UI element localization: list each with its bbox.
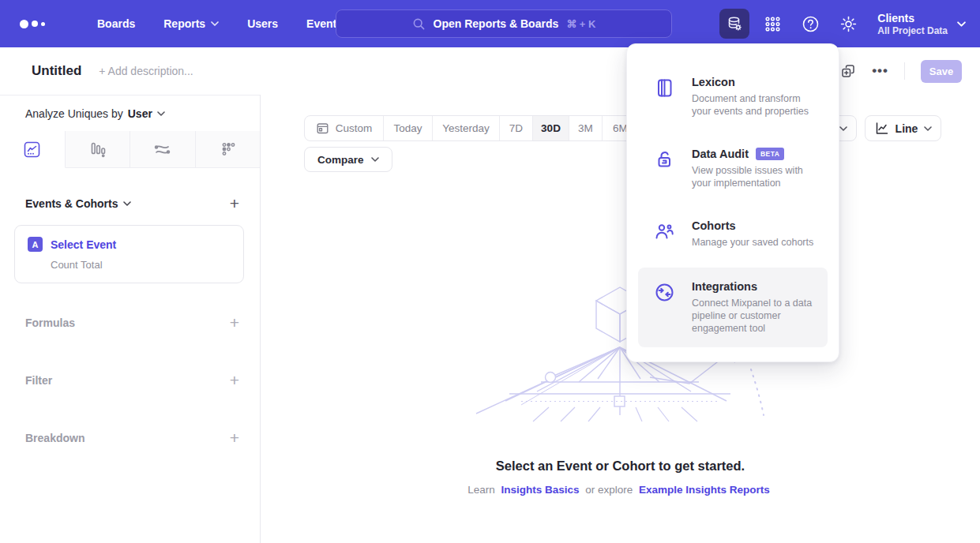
insights-basics-link[interactable]: Insights Basics (501, 484, 579, 496)
nav-reports-label: Reports (163, 17, 205, 30)
line-chart-icon (874, 121, 889, 136)
formulas-label: Formulas (25, 316, 75, 329)
tab-bar-chart[interactable] (66, 131, 131, 167)
empty-state-hint: Learn Insights Basics or explore Example… (261, 484, 980, 496)
date-range-7d[interactable]: 7D (500, 116, 533, 140)
menu-item-desc: View possible issues with your implement… (692, 164, 821, 189)
filter-label: Filter (25, 374, 52, 387)
chart-type-tabs (0, 131, 260, 168)
menu-item-title: Lexicon (692, 76, 735, 88)
tab-line-chart[interactable] (0, 131, 66, 168)
report-description-placeholder[interactable]: + Add description... (99, 65, 193, 77)
menu-item-integrations[interactable]: Integrations Connect Mixpanel to a data … (638, 268, 828, 347)
date-range-30d[interactable]: 30D (533, 116, 569, 140)
add-event-button[interactable]: + (230, 195, 239, 212)
compare-dropdown[interactable]: Compare (304, 147, 392, 172)
hint-middle: or explore (585, 484, 633, 496)
flow-tab-icon (153, 140, 171, 159)
example-reports-link[interactable]: Example Insights Reports (639, 484, 770, 496)
more-options-button[interactable]: ••• (872, 63, 888, 79)
date-range-yesterday[interactable]: Yesterday (433, 116, 500, 140)
save-button[interactable]: Save (921, 60, 962, 83)
breakdown-section: Breakdown + (25, 429, 239, 446)
bar-chart-tab-icon (88, 140, 107, 159)
nav-users-label: Users (247, 17, 278, 30)
date-range-custom[interactable]: Custom (305, 116, 384, 140)
chevron-down-icon (211, 21, 219, 26)
global-search[interactable]: Open Reports & Boards ⌘ + K (336, 9, 672, 38)
menu-item-desc: Document and transform your events and p… (692, 92, 821, 118)
beta-badge: BETA (756, 148, 785, 160)
help-button[interactable] (795, 9, 825, 39)
top-navbar: Boards Reports Users Events Open Reports… (0, 0, 980, 47)
tab-flow[interactable] (130, 131, 196, 167)
events-cohorts-label: Events & Cohorts (25, 197, 118, 210)
report-actions: ••• Save (840, 47, 962, 95)
chart-type-label: Line (896, 122, 918, 135)
breakdown-label: Breakdown (25, 432, 84, 444)
date-range-label: 30D (541, 122, 561, 134)
date-range-label: 3M (578, 122, 593, 134)
event-card[interactable]: A Select Event Count Total (14, 225, 244, 283)
add-breakdown-button[interactable]: + (230, 429, 239, 446)
date-range-today[interactable]: Today (384, 116, 433, 140)
menu-item-title: Integrations (692, 280, 757, 293)
menu-item-desc: Manage your saved cohorts (692, 236, 821, 249)
help-icon (802, 15, 820, 33)
chart-type-dropdown[interactable]: Line (865, 115, 941, 141)
analyze-value: User (128, 107, 152, 120)
menu-item-lexicon[interactable]: Lexicon Document and transform your even… (627, 65, 839, 137)
event-metric[interactable]: Count Total (51, 259, 231, 271)
hint-prefix: Learn (467, 484, 495, 496)
menu-item-cohorts[interactable]: Cohorts Manage your saved cohorts (627, 208, 839, 260)
primary-nav: Boards Reports Users Events (86, 11, 354, 36)
project-selector[interactable]: Clients All Project Data (877, 11, 966, 37)
line-chart-tab-icon (23, 140, 41, 159)
compare-label: Compare (317, 154, 364, 166)
date-range-picker: Custom Today Yesterday 7D 30D 3M 6M (304, 115, 639, 141)
data-management-button[interactable] (719, 9, 749, 39)
event-letter-badge: A (28, 237, 43, 252)
events-cohorts-header: Events & Cohorts + (25, 195, 239, 212)
select-event-label[interactable]: Select Event (51, 238, 116, 251)
date-range-label: Today (393, 122, 422, 134)
add-filter-button[interactable]: + (230, 372, 239, 388)
nav-reports[interactable]: Reports (152, 11, 230, 36)
chevron-down-icon (957, 21, 966, 27)
add-formula-button[interactable]: + (230, 314, 239, 331)
mixpanel-logo[interactable] (20, 20, 59, 28)
date-range-label: 7D (509, 122, 523, 134)
nav-boards-label: Boards (97, 17, 135, 30)
apps-grid-icon (764, 15, 782, 33)
tab-retention[interactable] (196, 131, 261, 167)
menu-item-desc: Connect Mixpanel to a data pipeline or c… (692, 297, 821, 335)
nav-boards[interactable]: Boards (86, 11, 146, 36)
search-placeholder: Open Reports & Boards (434, 17, 559, 30)
lexicon-book-icon (654, 77, 675, 99)
gear-icon (839, 15, 858, 33)
chevron-down-icon (924, 126, 932, 131)
integrations-exchange-icon (654, 282, 675, 303)
cohorts-people-icon (654, 221, 675, 242)
events-cohorts-toggle[interactable]: Events & Cohorts (25, 197, 131, 210)
nav-users[interactable]: Users (236, 11, 289, 36)
dots-grid-tab-icon (219, 140, 237, 159)
date-range-3m[interactable]: 3M (569, 116, 603, 140)
menu-item-title: Data Audit (692, 148, 749, 160)
copy-to-board-button[interactable] (840, 63, 856, 79)
apps-grid-button[interactable] (757, 9, 787, 39)
database-gear-icon (725, 14, 744, 33)
search-icon (412, 17, 426, 31)
project-name: Clients (877, 11, 948, 25)
divider (904, 62, 905, 80)
chevron-down-icon (157, 111, 165, 116)
date-range-label: Custom (336, 122, 373, 134)
filter-section: Filter + (25, 372, 239, 388)
analyze-value-dropdown[interactable]: User (128, 107, 165, 120)
chevron-down-icon (123, 201, 131, 206)
settings-button[interactable] (833, 9, 863, 39)
menu-item-data-audit[interactable]: Data Audit BETA View possible issues wit… (627, 137, 839, 208)
duplicate-plus-icon (840, 63, 856, 79)
report-title[interactable]: Untitled (32, 63, 81, 79)
menu-item-title: Cohorts (692, 219, 736, 232)
